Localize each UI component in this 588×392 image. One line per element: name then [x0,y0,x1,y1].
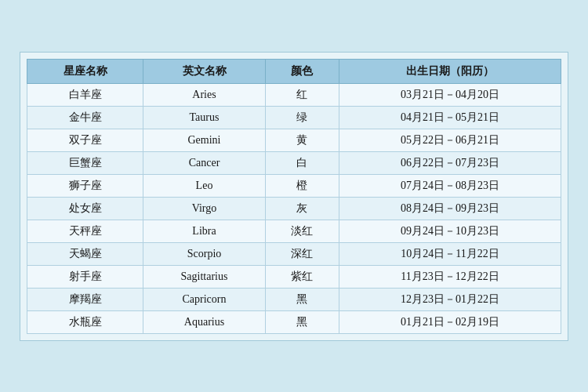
table-header-row: 星座名称 英文名称 颜色 出生日期（阳历） [27,59,561,83]
cell-chinese: 射手座 [27,265,143,288]
zodiac-table: 星座名称 英文名称 颜色 出生日期（阳历） 白羊座Aries红03月21日－04… [27,59,561,334]
cell-color: 橙 [265,174,339,197]
cell-dates: 07月24日－08月23日 [339,174,561,197]
cell-english: Virgo [143,197,266,220]
cell-color: 灰 [265,197,339,220]
cell-chinese: 狮子座 [27,174,143,197]
cell-dates: 08月24日－09月23日 [339,197,561,220]
cell-color: 绿 [265,106,339,129]
cell-dates: 01月21日－02月19日 [339,310,561,333]
cell-dates: 04月21日－05月21日 [339,106,561,129]
cell-color: 紫红 [265,265,339,288]
table-row: 天蝎座Scorpio深红10月24日－11月22日 [27,242,561,265]
cell-english: Taurus [143,106,266,129]
cell-chinese: 金牛座 [27,106,143,129]
zodiac-table-container: 星座名称 英文名称 颜色 出生日期（阳历） 白羊座Aries红03月21日－04… [20,52,568,341]
cell-color: 淡红 [265,220,339,242]
cell-chinese: 处女座 [27,197,143,220]
table-row: 水瓶座Aquarius黑01月21日－02月19日 [27,310,561,333]
table-row: 摩羯座Capricorn黑12月23日－01月22日 [27,288,561,310]
cell-dates: 11月23日－12月22日 [339,265,561,288]
cell-dates: 05月22日－06月21日 [339,129,561,151]
cell-chinese: 巨蟹座 [27,151,143,174]
table-body: 白羊座Aries红03月21日－04月20日金牛座Taurus绿04月21日－0… [27,83,561,333]
table-row: 白羊座Aries红03月21日－04月20日 [27,83,561,106]
col-header-chinese: 星座名称 [27,59,143,83]
col-header-color: 颜色 [265,59,339,83]
cell-english: Aries [143,83,266,106]
cell-english: Cancer [143,151,266,174]
cell-chinese: 摩羯座 [27,288,143,310]
table-row: 狮子座Leo橙07月24日－08月23日 [27,174,561,197]
cell-dates: 12月23日－01月22日 [339,288,561,310]
cell-color: 黑 [265,310,339,333]
cell-color: 黑 [265,288,339,310]
cell-english: Aquarius [143,310,266,333]
table-row: 双子座Gemini黄05月22日－06月21日 [27,129,561,151]
cell-english: Gemini [143,129,266,151]
col-header-dates: 出生日期（阳历） [339,59,561,83]
cell-chinese: 天秤座 [27,220,143,242]
cell-english: Leo [143,174,266,197]
cell-chinese: 白羊座 [27,83,143,106]
cell-color: 深红 [265,242,339,265]
cell-english: Sagittarius [143,265,266,288]
cell-dates: 09月24日－10月23日 [339,220,561,242]
cell-chinese: 天蝎座 [27,242,143,265]
cell-chinese: 双子座 [27,129,143,151]
cell-color: 黄 [265,129,339,151]
table-row: 巨蟹座Cancer白06月22日－07月23日 [27,151,561,174]
cell-english: Capricorn [143,288,266,310]
cell-chinese: 水瓶座 [27,310,143,333]
table-row: 天秤座Libra淡红09月24日－10月23日 [27,220,561,242]
col-header-english: 英文名称 [143,59,266,83]
table-row: 射手座Sagittarius紫红11月23日－12月22日 [27,265,561,288]
cell-dates: 06月22日－07月23日 [339,151,561,174]
cell-color: 白 [265,151,339,174]
table-row: 金牛座Taurus绿04月21日－05月21日 [27,106,561,129]
cell-color: 红 [265,83,339,106]
cell-dates: 03月21日－04月20日 [339,83,561,106]
cell-english: Scorpio [143,242,266,265]
cell-dates: 10月24日－11月22日 [339,242,561,265]
table-row: 处女座Virgo灰08月24日－09月23日 [27,197,561,220]
cell-english: Libra [143,220,266,242]
